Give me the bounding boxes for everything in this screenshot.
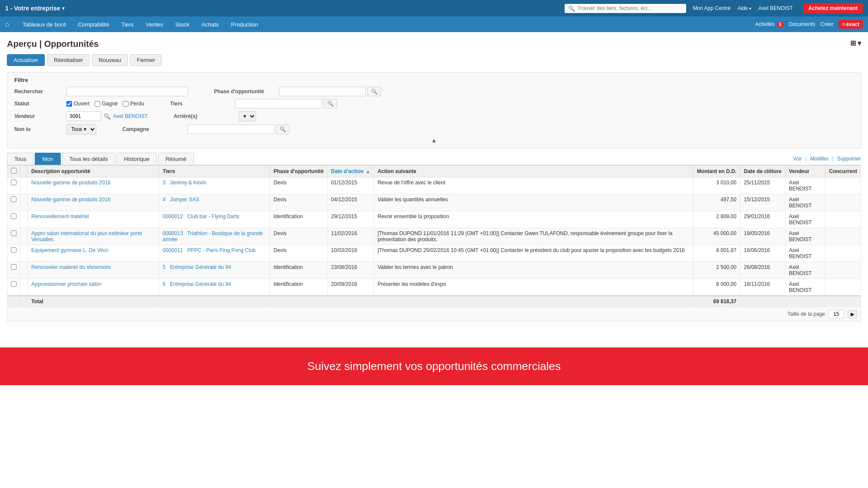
row-desc-link[interactable]: Appro salon international du jeux extéri… xyxy=(31,230,142,242)
table-header-row: Description opportunité Tiers Phase d'op… xyxy=(7,166,861,177)
nav-tiers[interactable]: Tiers xyxy=(115,16,140,32)
statut-gagne-label[interactable]: Gagné xyxy=(95,101,118,107)
table-row: Approvisionner prochain salon 5 Entrepri… xyxy=(7,279,861,296)
th-desc[interactable]: Description opportunité xyxy=(28,166,159,177)
row-tiers-name-link[interactable]: Entreprise Générale du 94 xyxy=(170,281,231,287)
global-search[interactable]: 🔍 xyxy=(565,4,686,13)
phase-search-button[interactable]: 🔍 xyxy=(368,87,381,96)
row-tiers-name-link[interactable]: Jérémy & Kévin xyxy=(170,180,207,186)
row-desc-link[interactable]: Approvisionner prochain salon xyxy=(31,281,101,287)
campagne-search-button[interactable]: 🔍 xyxy=(276,124,289,134)
row-tiers-name-link[interactable]: Entreprise Générale du 94 xyxy=(170,264,231,270)
row-checkbox[interactable] xyxy=(11,230,16,236)
creer-link[interactable]: Créer xyxy=(820,21,833,27)
th-date-action[interactable]: Date d'action ▲ xyxy=(327,166,374,177)
row-checkbox[interactable] xyxy=(11,247,16,253)
nav-stock[interactable]: Stock xyxy=(169,16,196,32)
statut-ouvert-checkbox[interactable] xyxy=(66,101,72,107)
th-phase[interactable]: Phase d'opportunité xyxy=(270,166,328,177)
row-checkbox[interactable] xyxy=(11,180,16,185)
rechercher-input[interactable] xyxy=(66,87,188,96)
row-tiers-name-link[interactable]: Jumper SAS xyxy=(170,197,199,203)
th-date-cloture[interactable]: Date de clôture xyxy=(740,166,785,177)
row-tiers-num-link[interactable]: 4 xyxy=(163,197,166,203)
row-tiers-num-link[interactable]: 0000012 xyxy=(163,213,183,219)
page-title: Aperçu | Opportunités ⊞ ▾ xyxy=(7,39,861,49)
th-concurrent[interactable]: Concurrent xyxy=(825,166,861,177)
row-desc-link[interactable]: Nouvelle gamme de produits 2016 xyxy=(31,197,111,203)
row-tiers-num-link[interactable]: 5 xyxy=(163,264,166,270)
arrieres-select[interactable]: ▾ xyxy=(239,111,256,121)
exact-text: exact xyxy=(846,21,859,27)
search-input[interactable] xyxy=(578,5,677,11)
filter-right-phase: Phase d'opportunité 🔍 xyxy=(214,87,381,96)
nav-right: Activités 5 Documents Créer = exact xyxy=(755,20,863,29)
row-tiers-name-link[interactable]: PPPC - Paris Ping Pong Club xyxy=(187,247,256,253)
activites-link[interactable]: Activités 5 xyxy=(755,21,784,27)
statut-gagne-checkbox[interactable] xyxy=(95,101,100,107)
modifier-link[interactable]: Modifier xyxy=(810,156,829,162)
row-desc-link[interactable]: Equipement gymnase L. De Vinci xyxy=(31,247,108,253)
statut-ouvert-label[interactable]: Ouvert xyxy=(66,101,89,107)
row-tiers-name-link[interactable]: Club bar - Flying Darts xyxy=(187,213,240,219)
row-tiers-num-link[interactable]: 0000013 xyxy=(163,230,183,236)
table-row: Nouvelle gamme de produits 2016 4 Jumper… xyxy=(7,194,861,211)
reinitialiser-button[interactable]: Réinitialiser xyxy=(47,54,89,66)
achetez-button[interactable]: Achetez maintenant xyxy=(803,3,863,13)
vendeur-code-input[interactable] xyxy=(66,111,101,121)
table-row: Equipement gymnase L. De Vinci 0000011 P… xyxy=(7,245,861,262)
filter-collapse-button[interactable]: ▲ xyxy=(431,137,437,144)
statut-perdu-checkbox[interactable] xyxy=(123,101,128,107)
vendeur-row: 🔍 Axel BENOIST xyxy=(66,111,148,121)
total-montant: 69 818,37 xyxy=(693,296,740,307)
voir-link[interactable]: Voir xyxy=(793,156,802,162)
tiers-search-button[interactable]: 🔍 xyxy=(324,99,337,108)
row-desc-link[interactable]: Renouveler matériel du showroom xyxy=(31,264,111,270)
non-lu-select[interactable]: Tous ▾ xyxy=(66,124,96,134)
row-checkbox[interactable] xyxy=(11,213,16,219)
nav-tableaux-de-bord[interactable]: Tableaux de bord xyxy=(16,16,72,32)
th-tiers[interactable]: Tiers xyxy=(159,166,270,177)
page-size-label: Taille de la page xyxy=(787,311,825,317)
th-montant[interactable]: Montant en D.D. xyxy=(693,166,740,177)
tiers-input[interactable] xyxy=(235,99,322,108)
tab-tous[interactable]: Tous xyxy=(7,153,33,165)
row-checkbox[interactable] xyxy=(11,264,16,270)
tab-tous-details[interactable]: Tous les détails xyxy=(62,153,115,165)
nav-comptabilite[interactable]: Comptabilité xyxy=(72,16,115,32)
th-action-suivante[interactable]: Action suivante xyxy=(374,166,693,177)
view-options-icon[interactable]: ⊞ ▾ xyxy=(850,39,861,47)
page-size-input[interactable] xyxy=(829,310,844,318)
actualiser-button[interactable]: Actualiser xyxy=(7,54,45,66)
vendeur-name-link[interactable]: Axel BENOIST xyxy=(113,113,148,119)
aide-menu[interactable]: Aide ▾ xyxy=(737,5,751,11)
tab-mon[interactable]: Mon xyxy=(35,153,60,165)
nav-achats[interactable]: Achats xyxy=(195,16,225,32)
breadcrumb: Aperçu xyxy=(7,39,37,49)
row-checkbox[interactable] xyxy=(11,197,16,202)
statut-perdu-label[interactable]: Perdu xyxy=(123,101,144,107)
select-all-checkbox[interactable] xyxy=(11,168,16,174)
nouveau-button[interactable]: Nouveau xyxy=(92,54,128,66)
tab-resume[interactable]: Résumé xyxy=(158,153,194,165)
row-tiers-num-link[interactable]: 5 xyxy=(163,281,166,287)
row-desc-link[interactable]: Nouvelle gamme de produits 2016 xyxy=(31,180,111,186)
mon-app-centre-link[interactable]: Mon App Centre xyxy=(693,5,731,11)
supprimer-link[interactable]: Supprimer xyxy=(837,156,861,162)
page-next-button[interactable]: ▶ xyxy=(848,310,857,318)
home-icon[interactable]: ⌂ xyxy=(5,20,10,28)
th-vendeur[interactable]: Vendeur xyxy=(785,166,825,177)
row-checkbox[interactable] xyxy=(11,281,16,287)
documents-link[interactable]: Documents xyxy=(789,21,815,27)
nav-production[interactable]: Production xyxy=(225,16,264,32)
row-desc-link[interactable]: Renouvellement matériel xyxy=(31,213,89,219)
campagne-input[interactable] xyxy=(187,124,274,134)
nav-ventes[interactable]: Ventes xyxy=(140,16,169,32)
row-tiers-num-link[interactable]: 0000011 xyxy=(163,247,183,253)
brand-chevron-icon: ▾ xyxy=(62,6,65,11)
row-tiers-num-link[interactable]: 3 xyxy=(163,180,166,186)
brand[interactable]: 1 - Votre entreprise ▾ xyxy=(5,5,65,12)
tab-historique[interactable]: Historique xyxy=(117,153,157,165)
fermer-button[interactable]: Fermer xyxy=(130,54,161,66)
phase-input[interactable] xyxy=(279,87,366,96)
